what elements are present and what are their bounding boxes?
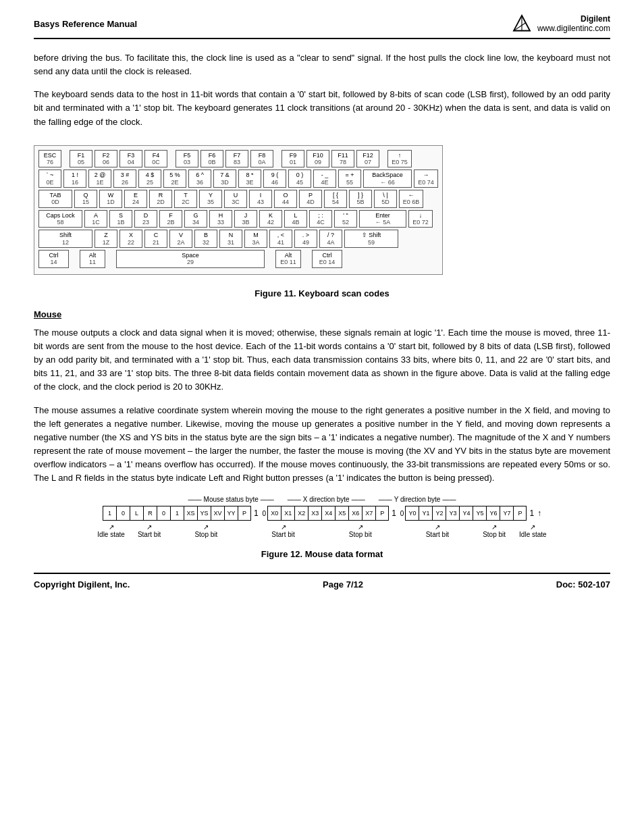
bit-YY: YY <box>224 506 238 521</box>
key-minus: - _4E <box>313 170 336 188</box>
key-s: S1B <box>109 210 132 228</box>
stop-bit-3-label: Stop bit <box>483 531 506 538</box>
separator-1: 1 <box>254 509 259 518</box>
key-f11: F1178 <box>331 150 354 168</box>
key-f8: F80A <box>250 150 273 168</box>
key-down: ↓E0 72 <box>408 210 433 228</box>
bit-Y5: Y5 <box>473 506 486 521</box>
key-left: ←E0 6B <box>399 190 423 208</box>
footer-right: Doc: 502-107 <box>556 579 610 590</box>
key-esc: ESC76 <box>38 150 61 168</box>
mouse-paragraph-2: The mouse assumes a relative coordinate … <box>34 404 610 486</box>
key-2: 2 @1E <box>88 170 111 188</box>
key-tab: TAB0D <box>38 190 72 208</box>
key-f10: F1009 <box>306 150 329 168</box>
bit-X3: X3 <box>308 506 321 521</box>
key-f12: F1207 <box>356 150 379 168</box>
key-z: Z1Z <box>95 230 117 248</box>
key-7: 7 &3D <box>213 170 236 188</box>
key-p: P4D <box>299 190 322 208</box>
bit-X1: X1 <box>281 506 294 521</box>
key-f1: F105 <box>70 150 92 168</box>
key-f5: F503 <box>176 150 198 168</box>
footer: Copyright Digilent, Inc. Page 7/12 Doc: … <box>34 573 610 590</box>
key-alt-left: Alt11 <box>80 250 105 268</box>
key-backslash: \ |5D <box>374 190 397 208</box>
key-f4: F40C <box>144 150 167 168</box>
key-f3: F304 <box>119 150 142 168</box>
key-e: E24 <box>124 190 147 208</box>
key-alt-right: AltE0 11 <box>275 250 301 268</box>
stop-bit-1-label: Stop bit <box>194 531 217 538</box>
keyboard-row-2: ` ~0E 1 !16 2 @1E 3 #26 4 $25 5 %2E 6 ^3… <box>38 170 438 188</box>
bit-Y0: Y0 <box>405 506 419 521</box>
key-t: T2C <box>174 190 197 208</box>
bit-X5: X5 <box>335 506 348 521</box>
header-company: Digilent www.digilentinc.com <box>537 14 610 33</box>
key-b: B32 <box>194 230 217 248</box>
bit-L: L <box>130 506 143 521</box>
key-6: 6 ^36 <box>188 170 211 188</box>
key-right: →E0 74 <box>414 170 438 188</box>
separator-bar-1: 0 <box>263 510 267 517</box>
start-bit-3-label: Start bit <box>426 531 449 538</box>
keyboard-row-4: Caps Lock58 A1C S1B D23 F2B G34 H33 J3B … <box>38 210 438 228</box>
bit-R: R <box>143 506 157 521</box>
start-bit-1-label: Start bit <box>138 531 161 538</box>
mouse-paragraph-1: The mouse outputs a clock and data signa… <box>34 326 610 394</box>
key-l: L4B <box>284 210 307 228</box>
key-enter: Enter← 5A <box>359 210 406 228</box>
diagram-end-arrow: ↑ <box>537 509 541 518</box>
key-f9: F901 <box>281 150 304 168</box>
bit-YS: YS <box>197 506 211 521</box>
keyboard-row-6: Ctrl14 Alt11 Space29 AltE0 11 CtrlE0 14 <box>38 250 438 268</box>
bit-Y7: Y7 <box>500 506 513 521</box>
bit-X6: X6 <box>348 506 362 521</box>
bit-P2: P <box>375 506 389 521</box>
key-shift-right: ⇧ Shift59 <box>344 230 398 248</box>
bit-X0: X0 <box>267 506 281 521</box>
key-8: 8 *3E <box>238 170 261 188</box>
bit-X2: X2 <box>294 506 308 521</box>
key-period: . >49 <box>294 230 317 248</box>
footer-left: Copyright Digilent, Inc. <box>34 579 130 590</box>
key-a: A1C <box>84 210 107 228</box>
bit-P1: P <box>238 506 251 521</box>
key-equals: = +55 <box>338 170 361 188</box>
key-w: W1D <box>99 190 122 208</box>
key-m: M3A <box>244 230 267 248</box>
key-ctrl-right: CtrlE0 14 <box>312 250 342 268</box>
key-f7: F783 <box>225 150 248 168</box>
key-comma: , <41 <box>269 230 292 248</box>
bit-X7: X7 <box>362 506 375 521</box>
key-3: 3 #26 <box>113 170 136 188</box>
figure-11-caption: Figure 11. Keyboard scan codes <box>34 288 610 298</box>
key-4: 4 $25 <box>138 170 161 188</box>
key-9: 9 (46 <box>263 170 286 188</box>
header-title: Basys Reference Manual <box>34 19 137 29</box>
key-i: I43 <box>249 190 272 208</box>
bit-0a: 0 <box>157 506 170 521</box>
stop-bit-2-label: Stop bit <box>349 531 372 538</box>
figure-12-caption: Figure 12. Mouse data format <box>34 549 610 559</box>
key-q: Q15 <box>74 190 97 208</box>
mouse-data-diagram: —— Mouse status byte —— —— X direction b… <box>34 496 610 538</box>
idle-state-1-label: Idle state <box>97 531 125 538</box>
bit-P3: P <box>513 506 527 521</box>
bit-XS: XS <box>184 506 197 521</box>
digilent-logo <box>512 14 532 34</box>
key-y: Y35 <box>199 190 222 208</box>
key-g: G34 <box>184 210 207 228</box>
key-n: N31 <box>219 230 242 248</box>
key-v: V2A <box>169 230 192 248</box>
key-f6: F60B <box>200 150 223 168</box>
key-o: O44 <box>274 190 297 208</box>
key-h: H33 <box>209 210 232 228</box>
bit-XV: XV <box>211 506 224 521</box>
bit-X4: X4 <box>321 506 335 521</box>
key-quote: ' "52 <box>334 210 357 228</box>
bit-1: 1 <box>170 506 184 521</box>
key-c: C21 <box>144 230 167 248</box>
key-j: J3B <box>234 210 257 228</box>
key-backspace: BackSpace← 66 <box>363 170 412 188</box>
